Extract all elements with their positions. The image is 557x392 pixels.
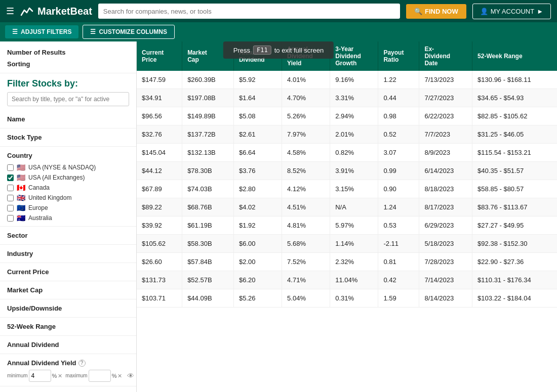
customize-columns-button[interactable]: ☰ CUSTOMIZE COLUMNS [83, 25, 174, 39]
table-row: $67.89$74.03B$2.804.12%3.15%0.908/18/202… [137, 180, 557, 198]
country-checkbox-canada[interactable] [7, 185, 14, 191]
logo-text: MarketBeat [37, 6, 92, 17]
upside-downside-filter-label[interactable]: Upside/Downside [7, 303, 129, 313]
table-cell: $92.38 - $152.30 [472, 235, 557, 253]
table-cell: 7/28/2023 [419, 253, 472, 271]
sector-filter-label[interactable]: Sector [7, 231, 129, 240]
table-row: $26.60$57.84B$2.007.52%2.32%0.817/28/202… [137, 253, 557, 271]
filter-annual-dividend-yield: Annual Dividend Yield ? minimum % ✕ maxi… [0, 354, 136, 386]
table-cell: $26.60 [137, 253, 182, 271]
filter-icon: ☰ [12, 28, 18, 35]
filter-search-input[interactable] [7, 92, 129, 106]
table-cell: 7/14/2023 [419, 271, 472, 289]
table-cell: 6/22/2023 [419, 107, 472, 125]
columns-icon: ☰ [90, 28, 96, 35]
table-cell: $39.92 [137, 216, 182, 235]
annual-dividend-filter-label[interactable]: Annual Dividend [7, 340, 129, 350]
my-account-button[interactable]: 👤 MY ACCOUNT ► [472, 4, 551, 19]
find-now-button[interactable]: 🔍 FIND NOW [406, 4, 466, 19]
yield-min-unit: % [52, 373, 57, 379]
yield-eye-icon[interactable]: 👁 [127, 372, 134, 380]
market-cap-filter-label[interactable]: Market Cap [7, 285, 129, 295]
close-panel-button[interactable]: CLOSE [136, 196, 137, 237]
table-cell: $132.13B [182, 144, 234, 162]
name-filter-label[interactable]: Name [7, 114, 129, 124]
table-cell: 7/27/2023 [419, 89, 472, 107]
table-cell: $6.00 [233, 235, 282, 253]
table-cell: $131.73 [137, 271, 182, 289]
table-row: $34.91$197.08B$1.644.70%3.31%0.447/27/20… [137, 89, 557, 107]
52-week-range-filter-label[interactable]: 52-Week Range [7, 322, 129, 331]
country-checkbox-uk[interactable] [7, 195, 14, 201]
table-cell: 1.14% [330, 235, 378, 253]
country-checkbox-australia[interactable] [7, 215, 14, 222]
table-cell: $4.02 [233, 198, 282, 216]
table-cell: $27.27 - $49.95 [472, 216, 557, 235]
table-row: $39.92$61.19B$1.924.81%5.97%0.536/29/202… [137, 216, 557, 235]
adjust-filters-button[interactable]: ☰ ADJUST FILTERS [5, 25, 78, 38]
table-cell: 9.16% [330, 71, 378, 89]
table-cell: $5.26 [233, 289, 282, 308]
table-cell: $103.71 [137, 289, 182, 308]
filter-market-cap: Market Cap [0, 281, 136, 299]
table-cell: $260.39B [182, 71, 234, 89]
filter-annual-dividend: Annual Dividend [0, 336, 136, 354]
header: ☰ MarketBeat 🔍 FIND NOW 👤 MY ACCOUNT ► [0, 0, 557, 22]
country-label-usa-all: USA (All Exchanges) [28, 174, 85, 181]
table-cell: 0.44 [378, 89, 419, 107]
global-search-input[interactable] [98, 4, 400, 19]
country-label-australia: Australia [28, 214, 52, 222]
yield-min-input[interactable] [29, 370, 51, 382]
table-cell: $89.22 [137, 198, 182, 216]
table-row: $89.22$68.76B$4.024.51%N/A1.248/17/2023$… [137, 198, 557, 216]
table-cell: 0.98 [378, 107, 419, 125]
table-cell: 8/18/2023 [419, 180, 472, 198]
hamburger-icon[interactable]: ☰ [6, 6, 14, 17]
table-cell: $5.08 [233, 107, 282, 125]
industry-filter-label[interactable]: Industry [7, 249, 129, 258]
stocks-table: CurrentPrice MarketCap AnnualDividend An… [137, 41, 557, 308]
annual-dividend-yield-label[interactable]: Annual Dividend Yield [7, 358, 76, 368]
logo: MarketBeat [20, 4, 92, 18]
filter-stock-type: Stock Type [0, 128, 136, 147]
filter-country: Country 🇺🇸 USA (NYSE & NASDAQ) 🇺🇸 USA (A… [0, 147, 136, 227]
country-item-uk: 🇬🇧 United Kingdom [7, 194, 129, 202]
table-row: $96.56$149.89B$5.085.26%2.94%0.986/22/20… [137, 107, 557, 125]
table-cell: $44.09B [182, 289, 234, 308]
country-checkbox-usa-all[interactable] [7, 175, 14, 181]
current-price-filter-label[interactable]: Current Price [7, 267, 129, 277]
table-cell: 2.32% [330, 253, 378, 271]
stock-type-filter-label[interactable]: Stock Type [7, 133, 129, 142]
country-checkbox-europe[interactable] [7, 205, 14, 211]
country-filter-label[interactable]: Country [7, 151, 129, 160]
table-cell: 8/9/2023 [419, 144, 472, 162]
user-icon: 👤 [480, 8, 488, 15]
yield-info-icon[interactable]: ? [78, 360, 86, 367]
table-cell: 4.81% [282, 216, 330, 235]
country-checkbox-usa-nyse[interactable] [7, 164, 14, 171]
main-layout: Number of Results Sorting Filter Stocks … [0, 41, 557, 392]
table-cell: $137.72B [182, 125, 234, 144]
yield-max-clear[interactable]: ✕ [117, 373, 122, 379]
table-cell: 4.12% [282, 180, 330, 198]
table-cell: $115.54 - $153.21 [472, 144, 557, 162]
yield-min-clear[interactable]: ✕ [58, 373, 62, 379]
table-cell: $149.89B [182, 107, 234, 125]
table-cell: $96.56 [137, 107, 182, 125]
yield-max-input[interactable] [89, 370, 111, 382]
table-cell: 4.51% [282, 198, 330, 216]
country-item-australia: 🇦🇺 Australia [7, 214, 129, 222]
table-row: $145.04$132.13B$6.644.58%0.82%3.078/9/20… [137, 144, 557, 162]
table-cell: -2.11 [378, 235, 419, 253]
table-cell: 4.70% [282, 89, 330, 107]
table-cell: 0.90 [378, 180, 419, 198]
sidebar-header: Number of Results Sorting [0, 41, 136, 73]
yield-max-unit: % [112, 373, 117, 379]
table-cell: 5.97% [330, 216, 378, 235]
table-cell: 7/13/2023 [419, 71, 472, 89]
country-item-usa-nyse: 🇺🇸 USA (NYSE & NASDAQ) [7, 163, 129, 171]
table-cell: $5.92 [233, 71, 282, 89]
table-cell: 3.91% [330, 162, 378, 180]
table-cell: $67.89 [137, 180, 182, 198]
table-cell: 0.53 [378, 216, 419, 235]
